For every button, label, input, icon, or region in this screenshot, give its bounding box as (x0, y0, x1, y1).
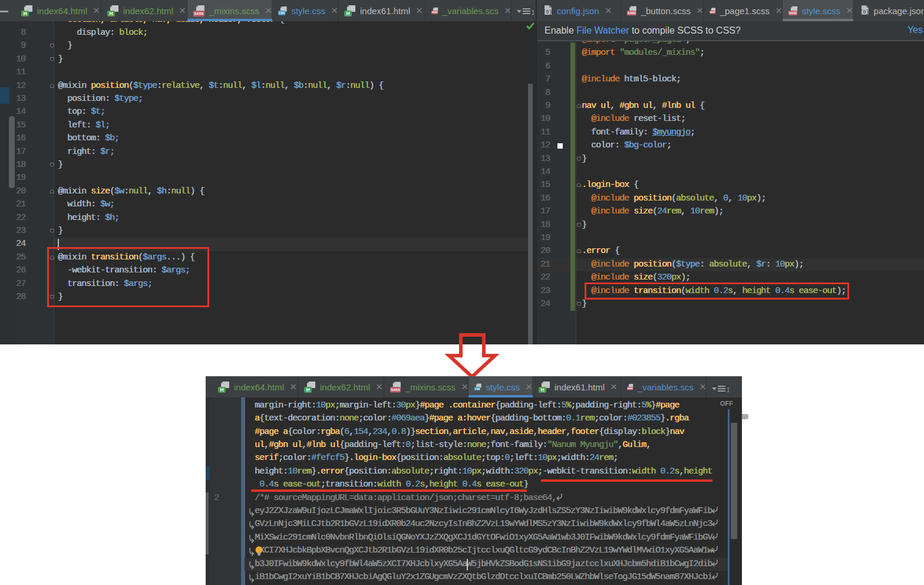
svg-text:1: 1 (727, 387, 729, 393)
svg-text:CSS: CSS (279, 11, 285, 15)
svg-text:SASS: SASS (710, 11, 715, 14)
svg-text:SASS: SASS (628, 11, 636, 15)
svg-text:SASS: SASS (194, 12, 203, 15)
svg-text:{0}: {0} (860, 9, 869, 15)
svg-text:SASS: SASS (432, 11, 438, 14)
svg-text:SASS: SASS (628, 387, 633, 390)
svg-text:1: 1 (532, 9, 534, 15)
svg-text:SASS: SASS (391, 388, 400, 392)
svg-text:CSS: CSS (475, 387, 480, 390)
svg-text:H: H (220, 387, 223, 393)
svg-text:SASS: SASS (789, 12, 797, 15)
svg-text:H: H (306, 387, 309, 393)
svg-text:H: H (23, 11, 27, 17)
svg-text:H: H (540, 387, 544, 393)
svg-text:{0}: {0} (543, 9, 552, 15)
svg-text:H: H (346, 11, 349, 17)
svg-text:H: H (109, 11, 113, 17)
